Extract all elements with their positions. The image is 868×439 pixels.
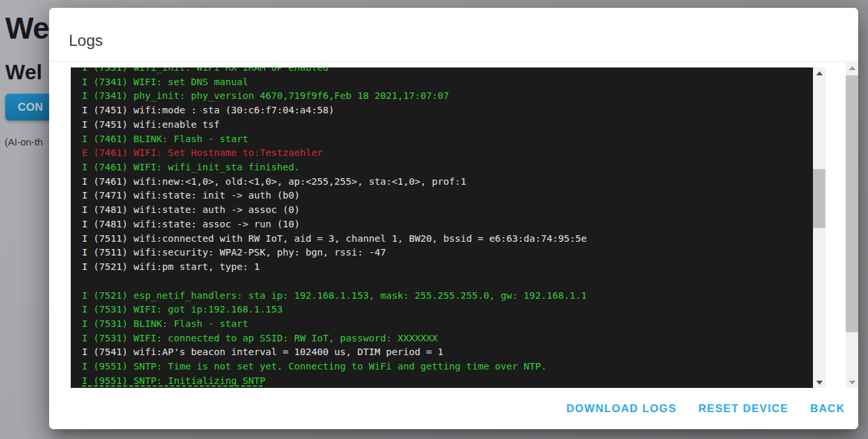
page-subtitle: Wel xyxy=(5,60,42,85)
log-line: I (7521) esp_netif_handlers: sta ip: 192… xyxy=(82,288,813,303)
log-line: I (7511) wifi:connected with RW IoT, aid… xyxy=(82,231,813,246)
dialog-scrollbar-thumb[interactable] xyxy=(846,75,858,332)
clipped-log-line xyxy=(82,385,264,387)
dialog-header: Logs xyxy=(49,8,858,62)
back-button[interactable]: BACK xyxy=(810,402,845,415)
dialog-scrollbar[interactable] xyxy=(846,62,858,388)
log-line: I (7341) WIFI: set DNS manual xyxy=(82,75,813,89)
log-line: I (7461) WIFI: wifi_init_sta finished. xyxy=(82,160,813,174)
log-line: I (7461) wifi:new:<1,0>, old:<1,0>, ap:<… xyxy=(82,174,813,189)
download-logs-button[interactable]: DOWNLOAD LOGS xyxy=(566,402,677,415)
log-line: I (7511) wifi:security: WPA2-PSK, phy: b… xyxy=(82,245,813,259)
log-line: I (7531) BLINK: Flash - start xyxy=(82,316,813,331)
logs-dialog: Logs I (7331) wifi_init: WiFi RX IRAM OP… xyxy=(49,8,858,429)
log-line: I (7521) wifi:pm start, type: 1 xyxy=(82,259,813,274)
log-line: I (7481) wifi:state: auth -> assoc (0) xyxy=(82,202,813,217)
log-line: I (7531) WIFI: connected to ap SSID: RW … xyxy=(82,331,813,345)
log-line: I (7481) wifi:state: assoc -> run (10) xyxy=(82,217,813,231)
log-line: I (7471) wifi:state: init -> auth (b0) xyxy=(82,188,813,202)
dialog-scroll-up-icon[interactable] xyxy=(846,62,858,73)
page-note: (AI-on-th xyxy=(5,136,43,147)
dialog-content: I (7331) wifi_init: WiFi RX IRAM OP enab… xyxy=(49,62,858,388)
dialog-title: Logs xyxy=(69,31,103,50)
log-line: I (7341) phy_init: phy_version 4670,719f… xyxy=(82,88,813,103)
page-title: We xyxy=(5,10,49,46)
log-line: I (7541) wifi:AP's beacon interval = 102… xyxy=(82,345,813,359)
log-scrollbar-thumb[interactable] xyxy=(813,169,825,228)
log-line: I (9551) SNTP: Time is not set yet. Conn… xyxy=(82,359,813,373)
log-line: E (7461) WIFI: Set Hostname to:Testzaehl… xyxy=(82,145,813,160)
log-line: I (7461) BLINK: Flash - start xyxy=(82,132,813,146)
dialog-footer: DOWNLOAD LOGS RESET DEVICE BACK xyxy=(49,388,858,429)
log-panel: I (7331) wifi_init: WiFi RX IRAM OP enab… xyxy=(71,67,825,388)
reset-device-button[interactable]: RESET DEVICE xyxy=(698,402,789,415)
log-line xyxy=(82,274,813,288)
log-line: I (7451) wifi:mode : sta (30:c6:f7:04:a4… xyxy=(82,103,813,117)
log-line: I (7531) WIFI: got ip:192.168.1.153 xyxy=(82,302,813,316)
log-scroll-down-icon[interactable] xyxy=(813,377,825,388)
log-text: I (7331) wifi_init: WiFi RX IRAM OP enab… xyxy=(71,67,813,388)
log-line: I (7451) wifi:enable tsf xyxy=(82,117,813,132)
log-scroll-up-icon[interactable] xyxy=(813,67,825,79)
dialog-scroll-down-icon[interactable] xyxy=(846,377,858,388)
log-scrollbar[interactable] xyxy=(813,67,825,388)
log-line: I (7331) wifi_init: WiFi RX IRAM OP enab… xyxy=(82,67,813,75)
